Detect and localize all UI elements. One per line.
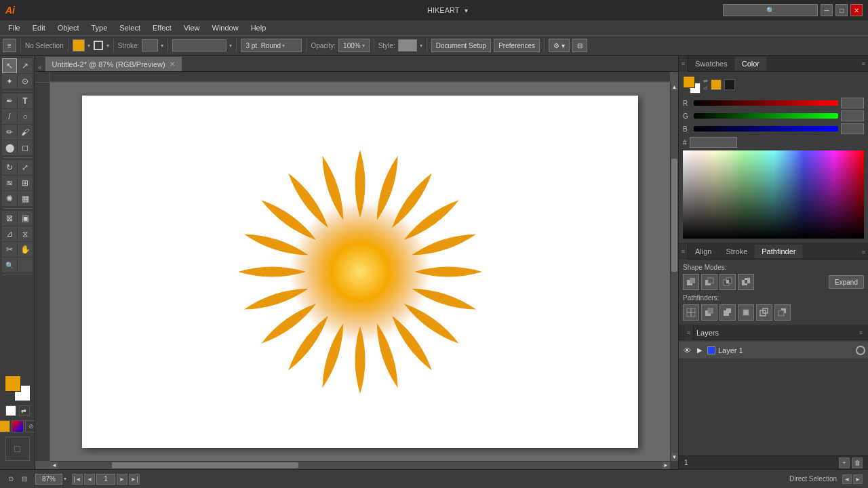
blob-brush-tool[interactable]: ⬤ [2,140,17,155]
pencil-tool[interactable]: ✏ [2,125,17,140]
zoom-input[interactable] [35,474,62,485]
current-stroke-swatch[interactable] [724,79,735,90]
menu-view[interactable]: View [178,22,205,33]
ellipse-tool[interactable]: ○ [18,109,33,124]
page-number-input[interactable] [96,474,115,485]
stroke-size-arrow[interactable]: ▾ [161,43,163,49]
foreground-color-swatch[interactable] [5,375,21,392]
title-dropdown[interactable]: ▾ [465,7,468,14]
exclude-btn[interactable] [738,274,754,290]
screen-mode-icon[interactable]: □ [5,436,30,461]
status-right-arrow[interactable]: ► [853,474,863,484]
r-value[interactable] [841,98,864,108]
minus-front-btn[interactable] [701,274,717,290]
scroll-down-btn[interactable]: ▼ [671,453,678,461]
close-button[interactable]: ✕ [850,4,863,16]
color-tab[interactable]: Color [735,57,767,70]
default-colors-icon[interactable] [5,405,16,416]
merge-btn[interactable] [719,304,736,321]
no-color-icon[interactable]: ⊘ [25,420,36,432]
current-fill-swatch[interactable] [711,79,722,90]
line-tool[interactable]: / [2,109,17,124]
swatches-tab[interactable]: Swatches [688,57,735,70]
swap-colors-btn[interactable]: ⇄ [703,78,708,84]
scale-tool[interactable]: ⤢ [18,160,33,175]
status-icon-1[interactable]: ⊙ [5,474,16,485]
symbol-sprayer-tool[interactable]: ✺ [2,191,17,206]
scroll-left-btn[interactable]: ◄ [50,462,58,469]
next-page-btn[interactable]: ► [117,474,127,485]
swap-colors-icon[interactable]: ⇄ [19,405,30,416]
reset-colors-btn[interactable]: ↺ [703,85,708,92]
lasso-tool[interactable]: ⊙ [18,74,33,89]
menu-window[interactable]: Window [207,22,244,33]
horizontal-scrollbar[interactable]: ◄ ► [50,461,670,469]
stroke-icon[interactable] [93,40,104,51]
mesh-tool[interactable]: ⊠ [2,211,17,226]
status-left-arrow[interactable]: ◄ [842,474,852,484]
first-page-btn[interactable]: |◄ [72,474,83,485]
profile-arrow[interactable]: ▾ [229,43,232,49]
type-tool[interactable]: T [18,94,33,108]
panel-mini-btn[interactable]: ≡ [679,56,688,72]
panel-expand-left[interactable]: « [38,64,42,71]
delete-layer-btn[interactable]: 🗑 [852,458,863,468]
last-page-btn[interactable]: ►| [129,474,140,485]
menu-file[interactable]: File [3,22,26,33]
outline-btn[interactable] [756,304,772,321]
color-panel-menu[interactable]: ≡ [862,60,865,67]
eyedropper-tool[interactable]: ⊿ [2,226,17,241]
trim-btn[interactable] [701,304,717,321]
control-panel-icon[interactable]: ≡ [3,39,16,52]
gradient-tool[interactable]: ▣ [18,211,33,226]
stroke-dropdown-arrow[interactable]: ▾ [106,43,109,49]
unite-btn[interactable] [683,274,699,290]
pen-tool[interactable]: ✒ [2,94,17,108]
paintbrush-tool[interactable]: 🖌 [18,125,33,140]
scissors-tool[interactable]: ✂ [2,242,17,257]
style-arrow[interactable]: ▾ [420,43,422,49]
layers-mini-btn[interactable]: ≡ [684,325,694,340]
scroll-right-btn[interactable]: ► [662,462,670,469]
fg-swatch-small[interactable] [683,76,695,88]
layer-expand-arrow[interactable]: ▶ [695,346,705,355]
scroll-up-btn[interactable]: ▲ [671,83,678,91]
selection-tool[interactable]: ↖ [2,58,17,73]
color-mode-icon[interactable] [0,420,10,432]
menu-type[interactable]: Type [86,22,113,33]
style-swatch[interactable] [398,39,417,52]
menu-help[interactable]: Help [245,22,272,33]
pathfinder-tab[interactable]: Pathfinder [755,245,803,258]
prev-page-btn[interactable]: ◄ [84,474,95,485]
fill-color-swatch[interactable] [73,39,85,52]
expand-btn[interactable]: Expand [829,275,864,289]
hand-tool[interactable]: ✋ [18,242,33,257]
intersect-btn[interactable] [719,274,736,290]
pathfinder-menu[interactable]: ≡ [862,247,868,256]
maximize-button[interactable]: □ [835,4,848,16]
status-icon-2[interactable]: ⊟ [19,474,30,485]
menu-effect[interactable]: Effect [147,22,177,33]
eraser-tool[interactable]: ◻ [18,140,33,155]
search-input-title[interactable]: 🔍 [723,4,818,16]
layers-menu[interactable]: ≡ [859,329,863,336]
g-value[interactable] [841,110,864,121]
b-value[interactable] [841,123,864,134]
pathfinder-mini-btn[interactable]: ≡ [679,243,688,260]
canvas-viewport[interactable] [50,83,670,461]
b-slider[interactable] [694,126,838,131]
opacity-btn[interactable]: 100% ▾ [338,39,370,52]
vertical-scrollbar[interactable]: ▲ ▼ [670,83,678,461]
minus-back-btn[interactable] [774,304,791,321]
blend-tool[interactable]: ⧖ [18,226,33,241]
menu-select[interactable]: Select [114,22,146,33]
direct-selection-tool[interactable]: ↗ [18,58,33,73]
crop-btn[interactable] [738,304,754,321]
scroll-thumb-h[interactable] [112,462,298,468]
stroke-tab[interactable]: Stroke [719,245,755,258]
stroke-profile-input[interactable] [172,39,226,52]
column-graph-tool[interactable]: ▦ [18,191,33,206]
hex-color-input[interactable] [690,137,737,148]
document-setup-btn[interactable]: Document Setup [431,39,492,52]
layer-visibility-toggle[interactable]: 👁 [682,345,692,356]
